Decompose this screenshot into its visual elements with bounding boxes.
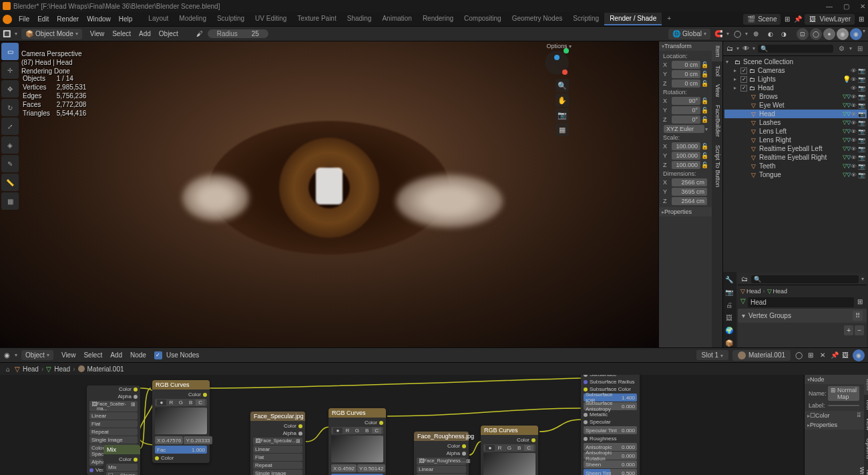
render-vis-icon[interactable]: 📷 bbox=[858, 94, 865, 100]
loc-x[interactable]: 0 cm bbox=[672, 61, 700, 69]
eye-icon[interactable]: 👁 bbox=[851, 102, 857, 109]
outliner-item[interactable]: ▽Lashes ▽ ▽👁📷 bbox=[724, 118, 867, 127]
outliner-item[interactable]: ▽Brows ▽ ▽👁📷 bbox=[724, 92, 867, 101]
loc-z[interactable]: 0 cm bbox=[672, 80, 700, 88]
rot-z[interactable]: 0° bbox=[672, 116, 700, 124]
node-menu-view[interactable]: View bbox=[57, 350, 80, 360]
workspace-tab[interactable]: UV Editing bbox=[250, 13, 292, 25]
render-vis-icon[interactable]: 📷 bbox=[858, 163, 865, 170]
node-n-tab[interactable]: Options bbox=[864, 434, 868, 463]
prop-tab[interactable]: 🖼 bbox=[723, 311, 735, 323]
scale-y[interactable]: 100.000 bbox=[672, 152, 700, 160]
eye-icon[interactable]: 👁 bbox=[851, 172, 857, 178]
node-canvas[interactable]: Color Alpha 🖼Face_Scatter-ma...⊞ Linear … bbox=[0, 375, 868, 475]
shader-editor-icon[interactable]: ◉ bbox=[3, 351, 11, 359]
eye-icon[interactable]: 👁 bbox=[851, 146, 857, 152]
filter-icon[interactable]: ⚙ bbox=[836, 43, 847, 54]
workspace-tab[interactable]: + bbox=[662, 13, 676, 25]
pin-icon[interactable]: 📌 bbox=[831, 351, 839, 359]
menu-help[interactable]: Help bbox=[115, 14, 137, 24]
material-selector[interactable]: Material.001 bbox=[732, 350, 791, 361]
rotate-tool[interactable]: ↻ bbox=[1, 99, 19, 116]
use-nodes-checkbox[interactable]: ✓ bbox=[154, 351, 162, 359]
wireframe-shading-icon[interactable]: ◯ bbox=[810, 28, 822, 40]
n-tab[interactable]: FaceBuilder bbox=[712, 101, 722, 141]
node-principled-bsdf[interactable]: Subsurface Subsurface Radius Subsurface … bbox=[581, 375, 640, 475]
outliner-item[interactable]: ▸ 🗀Head👁📷 bbox=[724, 84, 867, 92]
zoom-icon[interactable]: 🔍 bbox=[556, 79, 569, 92]
prop-tab[interactable]: 🔧 bbox=[723, 273, 735, 285]
viewport-menu-select[interactable]: Select bbox=[108, 29, 135, 39]
scene-new-icon[interactable]: ⊞ bbox=[783, 15, 791, 23]
render-vis-icon[interactable]: 📷 bbox=[858, 102, 865, 109]
render-vis-icon[interactable]: 📷 bbox=[858, 120, 865, 126]
outliner-root[interactable]: ▾🗀Scene Collection bbox=[724, 57, 867, 66]
node-props-header[interactable]: ▸ Properties bbox=[805, 420, 864, 430]
outliner-item[interactable]: ▽Realtime Eyeball Left ▽ ▽👁📷 bbox=[724, 144, 867, 153]
workspace-tab[interactable]: Shading bbox=[342, 13, 377, 25]
new-collection-icon[interactable]: ⊞ bbox=[855, 43, 865, 54]
outliner-search[interactable]: 🔍 bbox=[758, 45, 833, 53]
node-side-header[interactable]: ▾ Node bbox=[805, 375, 864, 384]
add-button[interactable]: + bbox=[844, 325, 853, 335]
prop-panel-header[interactable]: ▾Vertex Groups⠿ bbox=[738, 309, 867, 323]
viewlayer-selector[interactable]: 🖼 ViewLayer bbox=[805, 14, 855, 25]
props-search[interactable]: 🔍 bbox=[751, 275, 859, 283]
blender-icon[interactable] bbox=[3, 15, 12, 24]
render-vis-icon[interactable]: 📷 bbox=[858, 154, 865, 161]
rot-x[interactable]: 90° bbox=[672, 97, 700, 105]
transform-header[interactable]: ▾ Transform bbox=[659, 41, 712, 51]
outliner-item[interactable]: ▸ 🗀Cameras👁📷 bbox=[724, 66, 867, 75]
eye-icon[interactable]: 👁 bbox=[851, 85, 857, 92]
backdrop-icon[interactable]: 🖼 bbox=[841, 351, 849, 359]
mat-new-icon[interactable]: ⊞ bbox=[807, 351, 815, 359]
prop-tab[interactable]: 🌍 bbox=[723, 324, 735, 336]
measure-tool[interactable]: 📏 bbox=[1, 174, 19, 191]
workspace-tab[interactable]: Geometry Nodes bbox=[507, 13, 568, 25]
scale-x[interactable]: 100.000 bbox=[672, 142, 700, 150]
scale-z[interactable]: 100.000 bbox=[672, 161, 700, 169]
node-rgb-curves-1[interactable]: RGB Curves Color ●RGBC X:0.47576Y:0.2833… bbox=[152, 380, 210, 463]
n-tab[interactable]: Tool bbox=[712, 61, 722, 81]
mat-unlink-icon[interactable]: ✕ bbox=[819, 351, 827, 359]
maximize-button[interactable]: ▢ bbox=[843, 3, 849, 10]
node-name-field[interactable]: ⊞Normal Map bbox=[828, 386, 859, 401]
workspace-tab[interactable]: Texture Paint bbox=[292, 13, 341, 25]
dim-x[interactable]: 2566 cm bbox=[672, 178, 707, 186]
viewport-menu-view[interactable]: View bbox=[86, 29, 109, 39]
node-label-field[interactable] bbox=[828, 405, 859, 406]
node-color-header[interactable]: ▸ ☐ Color ⠿ bbox=[805, 411, 864, 420]
menu-edit[interactable]: Edit bbox=[33, 14, 53, 24]
pan-icon[interactable]: ✋ bbox=[556, 94, 569, 107]
outliner-item[interactable]: ▸ 🗀Lights 💡👁📷 bbox=[724, 75, 867, 84]
render-vis-icon[interactable]: 📷 bbox=[858, 67, 865, 74]
node-n-tab[interactable]: Tool bbox=[864, 395, 868, 414]
menu-window[interactable]: Window bbox=[83, 14, 115, 24]
xray-icon[interactable]: ⊡ bbox=[797, 28, 809, 40]
eye-icon[interactable]: 👁 bbox=[851, 67, 857, 74]
solid-shading-icon[interactable]: ● bbox=[823, 28, 835, 40]
nav-gizmo[interactable] bbox=[545, 51, 569, 75]
cursor-tool[interactable]: ✛ bbox=[1, 61, 19, 79]
workspace-tab[interactable]: Modeling bbox=[174, 13, 212, 25]
rot-y[interactable]: 0° bbox=[672, 106, 700, 114]
render-vis-icon[interactable]: 📷 bbox=[858, 111, 865, 118]
eye-icon[interactable]: 👁 bbox=[851, 163, 857, 170]
workspace-tab[interactable]: Scripting bbox=[568, 13, 604, 25]
mat-browse-icon[interactable]: ◯ bbox=[795, 351, 803, 359]
node-image-texture-roughness[interactable]: Face_Roughness.jpg Color Alpha 🖼Face_Rou… bbox=[414, 432, 469, 475]
props-type-icon[interactable]: 🗂 bbox=[740, 275, 748, 283]
rendered-shading-icon[interactable]: ◉ bbox=[850, 28, 862, 40]
pivot-icon[interactable]: ⊕ bbox=[752, 30, 760, 38]
workspace-tab[interactable]: Animation bbox=[377, 13, 417, 25]
workspace-tab[interactable]: Rendering bbox=[417, 13, 459, 25]
dim-y[interactable]: 3695 cm bbox=[672, 188, 707, 196]
outliner-item[interactable]: ▽Tongue ▽ ▽👁📷 bbox=[724, 170, 867, 179]
render-vis-icon[interactable]: 📷 bbox=[858, 172, 865, 178]
node-n-tab[interactable]: View bbox=[864, 414, 868, 434]
mode-selector[interactable]: 📦 Object Mode ▾ bbox=[21, 29, 82, 39]
eye-icon[interactable]: 👁 bbox=[851, 137, 857, 144]
minimize-button[interactable]: — bbox=[826, 3, 833, 10]
outliner-item[interactable]: ▽Teeth ▽ ▽👁📷 bbox=[724, 162, 867, 170]
shield-icon[interactable]: ⊞ bbox=[856, 297, 864, 305]
